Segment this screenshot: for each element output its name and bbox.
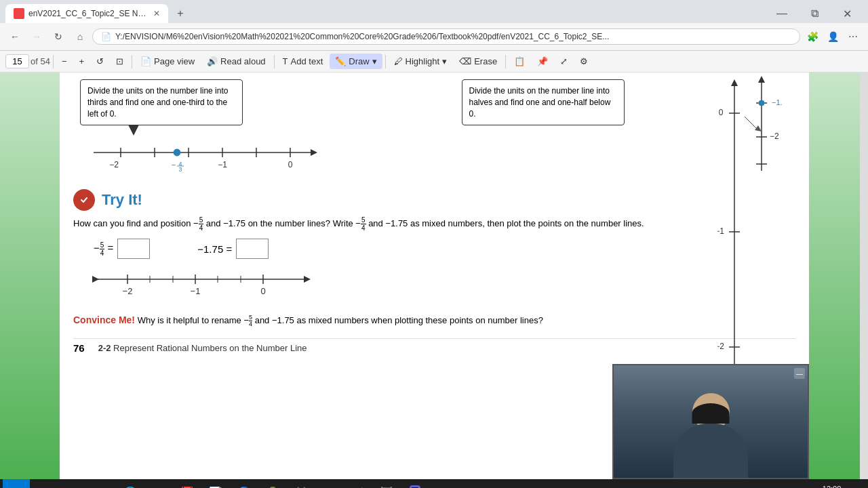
- scrollbar[interactable]: [860, 73, 868, 479]
- taskbar-app-blue[interactable]: 🔵: [231, 479, 258, 488]
- minus-icon: −: [62, 56, 67, 66]
- maximize-button[interactable]: ⧉: [799, 4, 830, 23]
- add-text-button[interactable]: T Add text: [277, 54, 329, 69]
- paste-icon: 📌: [537, 56, 548, 66]
- window-controls: — ⧉ ✕: [766, 4, 863, 23]
- taskbar-video[interactable]: 📹: [344, 479, 372, 488]
- taskbar-notepad[interactable]: 📝: [202, 479, 229, 488]
- fullscreen-button[interactable]: ⤢: [555, 54, 573, 69]
- zoom-in-button[interactable]: +: [74, 54, 90, 69]
- try-it-text: How can you find and position −54 and −1…: [73, 216, 795, 232]
- nav-bar: ← → ↻ ⌂ 📄 Y:/ENVISION/M6%20enVision%20Ma…: [0, 23, 868, 51]
- refresh-button[interactable]: ↻: [49, 27, 68, 46]
- tray-clock[interactable]: 12:00 1/1/2024: [817, 485, 846, 488]
- page-footer: 76 2-2 Represent Rational Numbers on the…: [73, 338, 795, 354]
- svg-text:−1.5: −1.5: [772, 98, 782, 106]
- webcam-controls: —: [794, 368, 805, 379]
- read-aloud-icon: 🔊: [207, 56, 218, 66]
- highlight-icon: 🖊: [394, 56, 403, 66]
- more-button[interactable]: ⋯: [844, 27, 863, 46]
- sidebar-left: [0, 73, 60, 479]
- taskbar-calendar[interactable]: 📅: [174, 479, 201, 488]
- try-it-icon: [73, 189, 95, 211]
- svg-text:−2: −2: [109, 160, 119, 169]
- separator-3: [274, 55, 275, 68]
- bottom-number-line-container: −2 −1 0: [87, 266, 795, 306]
- callout-left-text: Divide the units on the number line into…: [87, 86, 228, 119]
- page-input[interactable]: [5, 54, 29, 68]
- taskbar-calc[interactable]: 🧮: [373, 479, 400, 488]
- page-of-label: of 54: [31, 56, 50, 66]
- equation-part-1: −54 =: [94, 239, 150, 259]
- new-tab-button[interactable]: +: [171, 4, 190, 23]
- lock-icon: 📄: [101, 32, 111, 41]
- taskbar-firefox[interactable]: 🦊: [288, 479, 315, 488]
- erase-label: Erase: [474, 56, 497, 66]
- bottom-number-line: −2 −1 0: [87, 266, 317, 303]
- callout-right-text: Divide the units on the number line into…: [469, 86, 611, 119]
- webcam-minimize[interactable]: —: [794, 368, 805, 379]
- page-content: Divide the units on the number line into…: [60, 73, 809, 361]
- convince-me-label: Convince Me!: [73, 314, 135, 325]
- taskbar-mail[interactable]: 📧: [145, 479, 172, 488]
- screenshot-button[interactable]: ⊡: [111, 54, 129, 69]
- page-view-button[interactable]: 📄 Page view: [135, 54, 200, 69]
- rotate-button[interactable]: ↺: [91, 54, 109, 69]
- draw-label: Draw: [349, 56, 369, 66]
- search-button[interactable]: 🔍: [31, 479, 58, 488]
- section-id: 2-2: [98, 343, 111, 353]
- fullscreen-icon: ⤢: [560, 56, 568, 66]
- answer-box-1[interactable]: [117, 239, 150, 259]
- start-button[interactable]: ⊞: [3, 479, 30, 488]
- task-view-button[interactable]: ⊞: [60, 479, 87, 488]
- draw-button[interactable]: ✏️ Draw ▾: [330, 54, 382, 69]
- svg-text:−2: −2: [770, 131, 779, 141]
- taskbar-files[interactable]: 📁: [88, 479, 115, 488]
- section-label: 2-2 Represent Rational Numbers on the Nu…: [98, 343, 307, 353]
- home-button[interactable]: ⌂: [71, 27, 90, 46]
- taskbar-teams[interactable]: T: [401, 479, 429, 488]
- active-tab[interactable]: enV2021_CC_6_Topic2_SE Note... ✕: [5, 4, 168, 23]
- close-button[interactable]: ✕: [831, 4, 863, 23]
- svg-text:−1: −1: [717, 226, 724, 236]
- back-button[interactable]: ←: [5, 27, 24, 46]
- taskbar-edge[interactable]: 🌐: [117, 479, 144, 488]
- section-title: Represent Rational Numbers on the Number…: [113, 343, 307, 353]
- plus-icon: +: [79, 56, 85, 66]
- profile-button[interactable]: 👤: [823, 27, 842, 46]
- extensions-button[interactable]: 🧩: [803, 27, 822, 46]
- url-text: Y:/ENVISION/M6%20enVision%20Math%202021%…: [115, 32, 791, 41]
- settings-button[interactable]: ⚙: [574, 54, 593, 69]
- svg-point-8: [174, 149, 180, 156]
- read-aloud-button[interactable]: 🔊 Read aloud: [201, 54, 271, 69]
- draw-icon: ✏️: [335, 56, 346, 66]
- copy-button[interactable]: 📋: [509, 54, 530, 69]
- convince-me-text: Why is it helpful to rename −54 and −1.7…: [138, 315, 543, 325]
- answer-box-2[interactable]: [236, 239, 269, 259]
- rotate-icon: ↺: [96, 56, 104, 66]
- taskbar-settings[interactable]: ⚙: [316, 479, 343, 488]
- minimize-button[interactable]: —: [766, 4, 797, 23]
- tab-title: enV2021_CC_6_Topic2_SE Note...: [28, 9, 149, 18]
- tray-time: 12:00: [817, 485, 846, 488]
- try-it-section: Try It! How can you find and position −5…: [73, 189, 795, 328]
- highlight-button[interactable]: 🖊 Highlight ▾: [389, 54, 453, 69]
- taskbar-tray: ∧ 🌐 🔊 12:00 1/1/2024 □: [771, 485, 865, 488]
- number-line-left: −2 − 4 3 −1 0: [80, 139, 324, 173]
- svg-text:0: 0: [288, 160, 293, 169]
- add-text-label: Add text: [291, 56, 323, 66]
- taskbar-app-green[interactable]: 🐊: [259, 479, 286, 488]
- pdf-toolbar: of 54 − + ↺ ⊡ 📄 Page view 🔊 Read aloud T…: [0, 51, 868, 73]
- svg-text:−1: −1: [218, 160, 227, 169]
- callout-box-right: Divide the units on the number line into…: [462, 79, 625, 125]
- paste-button[interactable]: 📌: [532, 54, 553, 69]
- erase-button[interactable]: ⌫ Erase: [454, 54, 502, 69]
- zoom-out-button[interactable]: −: [56, 54, 73, 69]
- tab-favicon: [14, 8, 24, 19]
- tab-close-button[interactable]: ✕: [153, 9, 160, 18]
- svg-point-21: [759, 100, 764, 106]
- svg-text:−2: −2: [123, 286, 133, 296]
- forward-button[interactable]: →: [27, 27, 46, 46]
- main-area: Divide the units on the number line into…: [0, 73, 868, 479]
- address-bar[interactable]: 📄 Y:/ENVISION/M6%20enVision%20Math%20202…: [92, 28, 800, 45]
